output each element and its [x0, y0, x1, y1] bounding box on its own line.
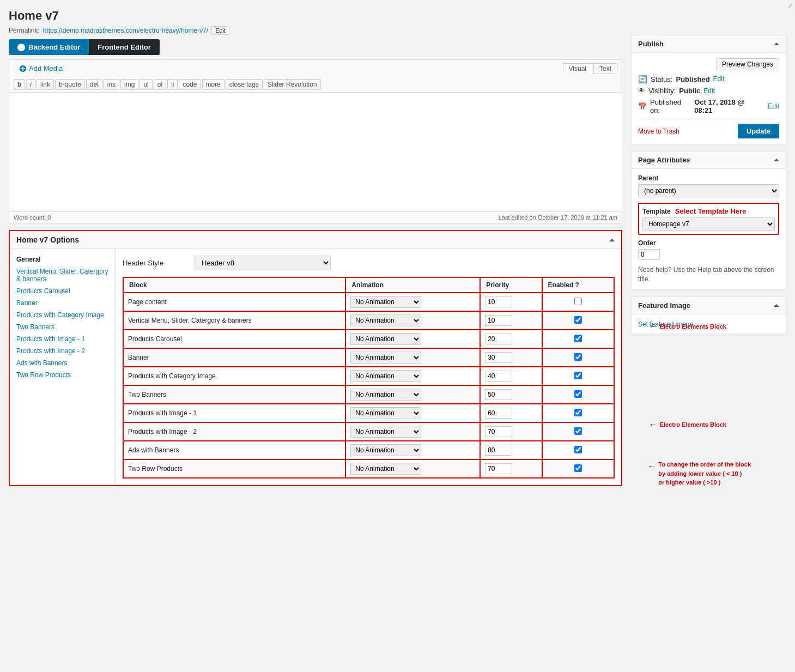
format-img[interactable]: img [120, 79, 138, 90]
enabled-cell [542, 348, 614, 367]
backend-editor-button[interactable]: Backend Editor [9, 39, 89, 55]
priority-input[interactable] [485, 352, 512, 363]
fullscreen-button[interactable]: ⤢ [788, 2, 793, 9]
priority-cell [480, 293, 542, 311]
animation-select[interactable]: No Animation [350, 314, 421, 326]
visual-tab[interactable]: Visual [563, 63, 592, 74]
publish-date-row: 📅 Published on: Oct 17, 2018 @ 08:21 Edi… [638, 98, 779, 114]
priority-input[interactable] [485, 445, 512, 456]
sidebar-item-products-carousel[interactable]: Products Carousel [10, 285, 116, 297]
options-collapse-icon [609, 239, 615, 241]
update-button[interactable]: Update [738, 124, 779, 138]
enabled-checkbox[interactable] [574, 390, 582, 398]
priority-input[interactable] [485, 463, 512, 474]
order-label: Order [638, 239, 779, 247]
sidebar-item-vertical-menu[interactable]: Vertical Menu, Slider, Catergory & banne… [10, 265, 116, 285]
format-li[interactable]: li [167, 79, 178, 90]
published-date-edit-link[interactable]: Edit [768, 102, 779, 110]
table-row: Two Row ProductsNo Animation [123, 459, 614, 478]
template-select[interactable]: Homepage v7 [642, 217, 775, 231]
animation-select[interactable]: No Animation [350, 444, 421, 456]
enabled-checkbox[interactable] [574, 298, 582, 305]
calendar-icon: 📅 [638, 102, 647, 111]
template-label: Template [642, 208, 671, 215]
move-to-trash-link[interactable]: Move to Trash [638, 128, 679, 135]
format-more[interactable]: more [202, 79, 224, 90]
priority-cell [480, 330, 542, 348]
enabled-checkbox[interactable] [574, 409, 582, 416]
editor-footer: Word count: 0 Last edited on October 17,… [9, 212, 622, 223]
format-close-tags[interactable]: close tags [226, 79, 263, 90]
options-panel-title: Home v7 Options [16, 235, 79, 244]
add-media-button[interactable]: Add Media [14, 62, 66, 75]
priority-input[interactable] [485, 371, 512, 382]
format-bquote[interactable]: b-quote [55, 79, 85, 90]
sidebar-section-general: General [10, 253, 116, 265]
format-bold[interactable]: b [14, 79, 25, 90]
sidebar-item-two-banners[interactable]: Two Banners [10, 321, 116, 333]
sidebar-item-products-image-1[interactable]: Products with Image - 1 [10, 333, 116, 345]
enabled-checkbox[interactable] [574, 427, 582, 435]
status-edit-link[interactable]: Edit [713, 75, 725, 83]
priority-input[interactable] [485, 315, 512, 326]
format-ol[interactable]: ol [154, 79, 166, 90]
template-highlight: Select Template Here [675, 207, 747, 215]
enabled-checkbox[interactable] [574, 446, 582, 453]
block-cell: Vertical Menu, Slider, Catergory & banne… [123, 311, 345, 330]
sidebar-item-products-image-2[interactable]: Products with Image - 2 [10, 345, 116, 357]
parent-select[interactable]: (no parent) [638, 184, 779, 197]
format-ul[interactable]: ul [139, 79, 152, 90]
priority-input[interactable] [485, 408, 512, 419]
sidebar-item-ads-banners[interactable]: Ads with Banners [10, 357, 116, 369]
enabled-checkbox[interactable] [574, 353, 582, 361]
priority-cell [480, 311, 542, 330]
priority-input[interactable] [485, 389, 512, 400]
enabled-checkbox[interactable] [574, 316, 582, 324]
editor-area[interactable] [9, 92, 622, 212]
animation-select[interactable]: No Animation [350, 426, 421, 438]
format-ins[interactable]: ins [104, 79, 119, 90]
animation-select[interactable]: No Animation [350, 389, 421, 401]
animation-select[interactable]: No Animation [350, 407, 421, 419]
animation-select[interactable]: No Animation [350, 370, 421, 382]
table-row: BannerNo Animation [123, 348, 614, 367]
permalink-url[interactable]: https://demo.madrasthemes.com/electro-he… [43, 27, 208, 34]
visibility-edit-link[interactable]: Edit [703, 87, 715, 95]
format-link[interactable]: link [37, 79, 54, 90]
page-attributes-header[interactable]: Page Attributes [632, 152, 786, 169]
animation-select[interactable]: No Animation [350, 296, 421, 308]
enabled-checkbox[interactable] [574, 464, 582, 472]
sidebar-item-two-row-products[interactable]: Two Row Products [10, 369, 116, 381]
frontend-editor-button[interactable]: Frontend Editor [89, 39, 160, 55]
enabled-checkbox[interactable] [574, 372, 582, 379]
enabled-checkbox[interactable] [574, 335, 582, 342]
priority-input[interactable] [485, 334, 512, 344]
visibility-value: Public [679, 87, 700, 95]
animation-cell: No Animation [345, 293, 480, 311]
table-row: Products with Image - 1No Animation [123, 404, 614, 422]
permalink-edit-button[interactable]: Edit [211, 26, 229, 35]
preview-changes-button[interactable]: Preview Changes [716, 58, 779, 70]
sidebar-item-products-category-image[interactable]: Products with Category Image [10, 309, 116, 321]
format-slider-revolution[interactable]: Slider Revolution [264, 79, 321, 90]
text-tab[interactable]: Text [593, 63, 617, 74]
options-panel-header[interactable]: Home v7 Options [10, 231, 621, 249]
animation-select[interactable]: No Animation [350, 463, 421, 475]
block-cell: Products Carousel [123, 330, 345, 348]
priority-cell [480, 459, 542, 478]
animation-select[interactable]: No Animation [350, 352, 421, 364]
sidebar-item-banner[interactable]: Banner [10, 297, 116, 309]
format-italic[interactable]: i [26, 79, 35, 90]
order-input[interactable] [638, 249, 660, 260]
featured-image-header[interactable]: Featured Image [632, 297, 786, 314]
animation-select[interactable]: No Animation [350, 333, 421, 345]
enabled-cell [542, 385, 614, 404]
priority-input[interactable] [485, 426, 512, 437]
priority-input[interactable] [485, 296, 512, 307]
format-code[interactable]: code [179, 79, 201, 90]
header-style-select[interactable]: Header v8 [195, 256, 331, 270]
format-del[interactable]: del [86, 79, 102, 90]
enabled-cell [542, 293, 614, 311]
animation-cell: No Animation [345, 441, 480, 459]
blocks-table: Block Animation Priority Enabled ? Page … [123, 277, 615, 479]
